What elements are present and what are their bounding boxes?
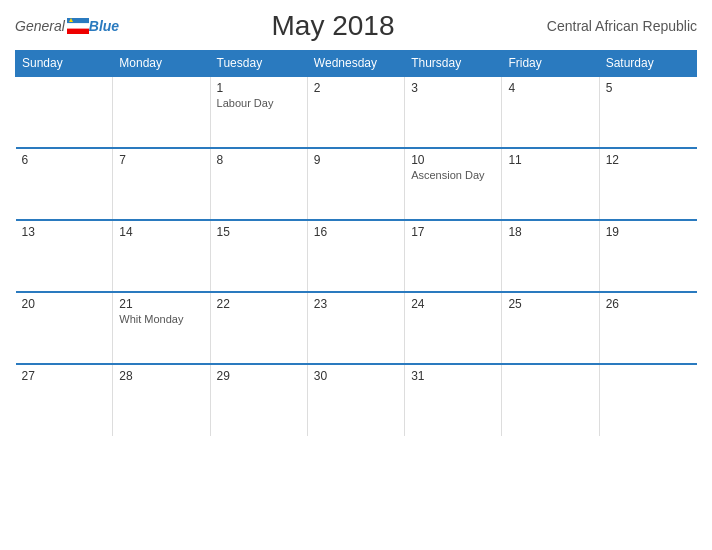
calendar-cell: 5: [599, 76, 696, 148]
calendar-title: May 2018: [272, 10, 395, 42]
calendar-cell: 27: [16, 364, 113, 436]
day-number: 29: [217, 369, 301, 383]
day-number: 11: [508, 153, 592, 167]
day-number: 31: [411, 369, 495, 383]
calendar-cell: 18: [502, 220, 599, 292]
day-number: 23: [314, 297, 398, 311]
country-label: Central African Republic: [547, 18, 697, 34]
weekday-header-friday: Friday: [502, 51, 599, 77]
calendar-cell: 14: [113, 220, 210, 292]
calendar-cell: 6: [16, 148, 113, 220]
calendar-cell: 15: [210, 220, 307, 292]
weekday-header-row: SundayMondayTuesdayWednesdayThursdayFrid…: [16, 51, 697, 77]
logo-blue: Blue: [89, 18, 119, 34]
calendar-cell: 31: [405, 364, 502, 436]
day-number: 18: [508, 225, 592, 239]
day-number: 27: [22, 369, 107, 383]
calendar-cell: 2: [307, 76, 404, 148]
calendar-cell: 21Whit Monday: [113, 292, 210, 364]
page-header: General Blue May 2018 Central African Re…: [15, 10, 697, 42]
day-number: 13: [22, 225, 107, 239]
calendar-cell: [16, 76, 113, 148]
day-number: 12: [606, 153, 691, 167]
calendar-cell: 12: [599, 148, 696, 220]
calendar-table: SundayMondayTuesdayWednesdayThursdayFrid…: [15, 50, 697, 436]
day-number: 28: [119, 369, 203, 383]
day-number: 6: [22, 153, 107, 167]
weekday-header-wednesday: Wednesday: [307, 51, 404, 77]
calendar-cell: 1Labour Day: [210, 76, 307, 148]
calendar-cell: 8: [210, 148, 307, 220]
day-number: 3: [411, 81, 495, 95]
calendar-week-3: 13141516171819: [16, 220, 697, 292]
calendar-cell: 23: [307, 292, 404, 364]
day-number: 22: [217, 297, 301, 311]
weekday-header-thursday: Thursday: [405, 51, 502, 77]
calendar-cell: 24: [405, 292, 502, 364]
logo-general: General: [15, 18, 65, 34]
weekday-header-saturday: Saturday: [599, 51, 696, 77]
calendar-week-4: 2021Whit Monday2223242526: [16, 292, 697, 364]
day-number: 9: [314, 153, 398, 167]
weekday-header-monday: Monday: [113, 51, 210, 77]
day-number: 21: [119, 297, 203, 311]
day-number: 5: [606, 81, 691, 95]
calendar-week-5: 2728293031: [16, 364, 697, 436]
calendar-cell: 4: [502, 76, 599, 148]
day-number: 7: [119, 153, 203, 167]
weekday-header-tuesday: Tuesday: [210, 51, 307, 77]
calendar-cell: 25: [502, 292, 599, 364]
calendar-cell: 29: [210, 364, 307, 436]
day-number: 25: [508, 297, 592, 311]
day-number: 1: [217, 81, 301, 95]
day-number: 19: [606, 225, 691, 239]
calendar-cell: 26: [599, 292, 696, 364]
day-number: 16: [314, 225, 398, 239]
calendar-week-1: 1Labour Day2345: [16, 76, 697, 148]
calendar-cell: [113, 76, 210, 148]
day-number: 17: [411, 225, 495, 239]
day-number: 14: [119, 225, 203, 239]
calendar-cell: 19: [599, 220, 696, 292]
logo-flag-icon: [67, 18, 89, 34]
calendar-week-2: 678910Ascension Day1112: [16, 148, 697, 220]
holiday-label: Labour Day: [217, 97, 301, 109]
holiday-label: Ascension Day: [411, 169, 495, 181]
day-number: 30: [314, 369, 398, 383]
svg-rect-1: [67, 23, 89, 28]
calendar-cell: 28: [113, 364, 210, 436]
holiday-label: Whit Monday: [119, 313, 203, 325]
calendar-cell: [599, 364, 696, 436]
calendar-cell: 7: [113, 148, 210, 220]
calendar-cell: 30: [307, 364, 404, 436]
calendar-cell: 9: [307, 148, 404, 220]
calendar-cell: 16: [307, 220, 404, 292]
day-number: 8: [217, 153, 301, 167]
day-number: 24: [411, 297, 495, 311]
svg-rect-2: [67, 29, 89, 34]
calendar-cell: 10Ascension Day: [405, 148, 502, 220]
day-number: 26: [606, 297, 691, 311]
calendar-cell: [502, 364, 599, 436]
logo: General Blue: [15, 18, 119, 34]
day-number: 15: [217, 225, 301, 239]
day-number: 20: [22, 297, 107, 311]
calendar-cell: 17: [405, 220, 502, 292]
calendar-cell: 11: [502, 148, 599, 220]
weekday-header-sunday: Sunday: [16, 51, 113, 77]
day-number: 4: [508, 81, 592, 95]
day-number: 2: [314, 81, 398, 95]
calendar-cell: 22: [210, 292, 307, 364]
calendar-cell: 3: [405, 76, 502, 148]
calendar-cell: 13: [16, 220, 113, 292]
day-number: 10: [411, 153, 495, 167]
calendar-cell: 20: [16, 292, 113, 364]
